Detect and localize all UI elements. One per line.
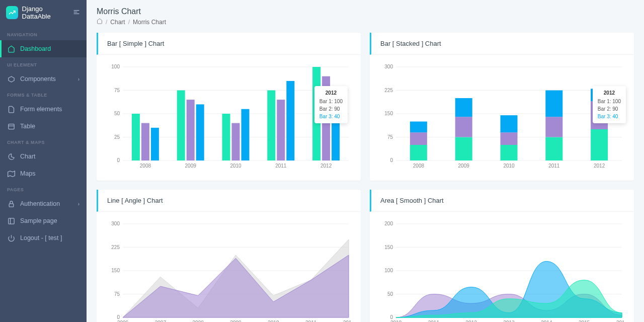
breadcrumb-chart[interactable]: Chart xyxy=(110,19,125,26)
svg-rect-24 xyxy=(177,91,185,161)
svg-rect-34 xyxy=(286,81,294,160)
svg-rect-66 xyxy=(591,129,608,160)
brand-logo-icon xyxy=(6,6,18,19)
card-title: Bar [ Stacked ] Chart xyxy=(380,40,625,47)
svg-rect-50 xyxy=(410,145,427,160)
svg-rect-36 xyxy=(312,67,320,160)
svg-text:2006: 2006 xyxy=(117,320,129,322)
home-icon xyxy=(7,45,15,53)
sidebar-item-auth[interactable]: Authentication › xyxy=(0,195,87,212)
svg-marker-5 xyxy=(8,171,15,176)
svg-text:200: 200 xyxy=(384,221,393,226)
svg-rect-58 xyxy=(501,145,518,160)
svg-text:2015: 2015 xyxy=(579,320,590,322)
nav-label: Authentication xyxy=(20,200,60,207)
sidebar-item-dashboard[interactable]: Dashboard xyxy=(0,40,87,57)
svg-rect-54 xyxy=(455,137,472,161)
svg-rect-59 xyxy=(501,132,518,145)
sidebar-item-components[interactable]: Components › xyxy=(0,70,87,88)
card-title: Area [ Smooth ] Chart xyxy=(380,197,625,204)
svg-rect-32 xyxy=(267,91,275,161)
svg-rect-68 xyxy=(591,89,608,101)
svg-text:2011: 2011 xyxy=(548,163,560,169)
page-header: Morris Chart / Chart / Morris Chart xyxy=(97,7,634,26)
svg-rect-51 xyxy=(410,132,427,145)
svg-text:2011: 2011 xyxy=(275,163,287,169)
svg-text:150: 150 xyxy=(384,245,393,250)
svg-text:2010: 2010 xyxy=(390,320,402,322)
sidebar-item-table[interactable]: Table xyxy=(0,118,87,135)
svg-rect-3 xyxy=(8,124,14,129)
svg-text:2011: 2011 xyxy=(305,320,317,322)
chart-bar-stacked[interactable]: 07515022530020082009201020112012 xyxy=(379,64,625,170)
menu-toggle-icon[interactable] xyxy=(72,8,80,18)
brand: Django DattaAble xyxy=(0,0,87,25)
svg-text:0: 0 xyxy=(390,157,393,163)
sidebar-item-chart[interactable]: Chart xyxy=(0,148,87,165)
sidebar-item-sample[interactable]: Sample page xyxy=(0,212,87,229)
chart-line-angle[interactable]: 0751502253002006200720082009201020112012 xyxy=(106,221,352,322)
pie-chart-icon xyxy=(7,152,15,160)
card-title: Bar [ Simple ] Chart xyxy=(107,40,352,47)
breadcrumb: / Chart / Morris Chart xyxy=(97,18,634,26)
svg-rect-38 xyxy=(332,123,340,160)
svg-rect-62 xyxy=(545,137,562,161)
brand-title: Django DattaAble xyxy=(22,5,68,20)
svg-rect-7 xyxy=(8,218,14,223)
power-icon xyxy=(7,234,15,242)
svg-rect-21 xyxy=(141,123,149,160)
svg-rect-64 xyxy=(545,91,562,117)
chevron-right-icon: › xyxy=(78,201,79,207)
nav-label: Chart xyxy=(20,153,36,160)
svg-rect-52 xyxy=(410,122,427,133)
breadcrumb-current: Morris Chart xyxy=(133,19,166,26)
svg-rect-60 xyxy=(501,115,518,132)
svg-rect-29 xyxy=(232,123,240,160)
card-bar-simple: Bar [ Simple ] Chart 0255075100200820092… xyxy=(97,33,361,181)
svg-text:2010: 2010 xyxy=(503,163,515,169)
svg-rect-22 xyxy=(151,128,159,160)
map-icon xyxy=(7,170,15,178)
svg-text:2010: 2010 xyxy=(230,163,242,169)
svg-text:150: 150 xyxy=(111,268,120,273)
breadcrumb-sep: / xyxy=(106,19,107,26)
svg-rect-30 xyxy=(242,109,250,160)
svg-text:2007: 2007 xyxy=(155,320,167,322)
nav-label: Sample page xyxy=(20,217,57,224)
svg-rect-26 xyxy=(196,104,204,160)
svg-text:2012: 2012 xyxy=(320,163,332,169)
server-icon xyxy=(7,122,15,130)
nav-caption-forms: FORMS & TABLE xyxy=(0,88,87,101)
chart-area-smooth[interactable]: 0501001502002010201120122013201420152016 xyxy=(379,221,625,322)
chart-bar-simple[interactable]: 025507510020082009201020112012 xyxy=(106,64,352,170)
svg-text:2008: 2008 xyxy=(140,163,151,169)
svg-text:75: 75 xyxy=(114,291,120,297)
svg-rect-6 xyxy=(9,203,14,206)
svg-text:2012: 2012 xyxy=(466,320,477,322)
sidebar-item-logout[interactable]: Logout - [ test ] xyxy=(0,229,87,247)
svg-text:25: 25 xyxy=(114,134,120,140)
card-area-smooth: Area [ Smooth ] Chart 050100150200201020… xyxy=(370,190,634,322)
svg-text:0: 0 xyxy=(117,314,120,320)
svg-text:0: 0 xyxy=(390,314,393,320)
nav-label: Logout - [ test ] xyxy=(20,234,62,242)
nav-label: Table xyxy=(20,123,35,130)
svg-text:2012: 2012 xyxy=(594,163,605,169)
svg-text:2008: 2008 xyxy=(413,163,425,169)
sidebar-item-maps[interactable]: Maps xyxy=(0,165,87,182)
home-icon[interactable] xyxy=(97,18,103,26)
sidebar: Django DattaAble NAVIGATION Dashboard UI… xyxy=(0,0,87,322)
svg-text:100: 100 xyxy=(384,268,393,273)
svg-text:2014: 2014 xyxy=(541,320,552,322)
nav-caption-chart: CHART & MAPS xyxy=(0,135,87,148)
card-line-angle: Line [ Angle ] Chart 0751502253002006200… xyxy=(97,190,361,322)
svg-text:2009: 2009 xyxy=(230,320,242,322)
svg-text:150: 150 xyxy=(384,111,393,116)
svg-text:300: 300 xyxy=(384,64,393,69)
svg-text:2010: 2010 xyxy=(268,320,279,322)
svg-rect-28 xyxy=(222,114,230,160)
sidebar-item-form-elements[interactable]: Form elements xyxy=(0,101,87,118)
svg-rect-20 xyxy=(132,114,140,160)
svg-text:225: 225 xyxy=(384,88,393,93)
main-content: Morris Chart / Chart / Morris Chart Bar … xyxy=(87,0,644,322)
